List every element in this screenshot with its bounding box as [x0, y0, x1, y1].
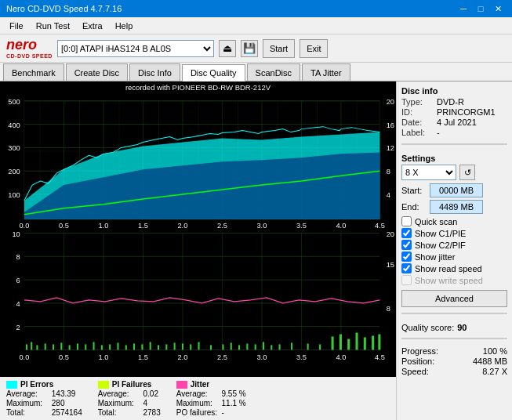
read-speed-label[interactable]: Show read speed [415, 264, 482, 273]
speed-row-progress: Speed: 8.27 X [401, 367, 507, 376]
svg-text:2.5: 2.5 [217, 353, 227, 361]
disc-info-title: Disc info [401, 86, 507, 96]
svg-rect-93 [291, 342, 292, 349]
svg-rect-102 [378, 335, 380, 350]
pi-errors-avg-value: 143.39 [52, 389, 76, 398]
tab-benchmark[interactable]: Benchmark [3, 63, 64, 81]
jitter-color [176, 381, 187, 389]
svg-text:6: 6 [16, 277, 20, 284]
disc-date-row: Date: 4 Jul 2021 [401, 118, 507, 127]
c2-pif-label[interactable]: Show C2/PIF [415, 241, 466, 250]
menu-help[interactable]: Help [109, 20, 140, 32]
quick-scan-row: Quick scan [401, 216, 507, 226]
title-bar-controls: ─ □ ✕ [456, 1, 506, 16]
svg-text:8: 8 [16, 253, 20, 261]
c2-pif-checkbox[interactable] [401, 240, 412, 250]
start-input[interactable] [430, 183, 483, 197]
jitter-max-value: 11.1 % [222, 399, 246, 407]
start-button[interactable]: Start [263, 39, 295, 58]
settings-section: Settings 8 X 1 X 2 X 4 X MAX ↺ Start: En… [401, 154, 507, 307]
svg-rect-101 [372, 336, 374, 350]
eject-icon[interactable]: ⏏ [219, 40, 236, 57]
svg-text:0.5: 0.5 [59, 222, 69, 230]
tab-create-disc[interactable]: Create Disc [66, 63, 128, 81]
pi-failures-max-label: Maximum: [98, 399, 141, 407]
svg-text:1.5: 1.5 [138, 222, 148, 230]
jitter-row: Show jitter [401, 252, 507, 262]
menu-run-test[interactable]: Run Test [30, 20, 76, 32]
quick-scan-label[interactable]: Quick scan [415, 217, 457, 226]
jitter-avg-label: Average: [176, 389, 220, 398]
start-input-row: Start: [401, 183, 507, 197]
disc-id-value: PRINCORGM1 [437, 107, 496, 117]
jitter-checkbox[interactable] [401, 252, 412, 262]
read-speed-checkbox[interactable] [401, 263, 412, 273]
disc-label-label: Label: [401, 128, 437, 137]
tab-disc-quality[interactable]: Disc Quality [182, 64, 245, 81]
svg-text:4: 4 [387, 191, 390, 199]
exit-button[interactable]: Exit [300, 39, 328, 58]
svg-rect-83 [198, 342, 200, 349]
pi-failures-total-value: 2783 [143, 408, 161, 417]
speed-label: Speed: [401, 367, 429, 376]
title-bar: Nero CD-DVD Speed 4.7.7.16 ─ □ ✕ [0, 0, 512, 17]
quick-scan-checkbox[interactable] [401, 216, 412, 226]
svg-rect-100 [364, 338, 366, 350]
refresh-button[interactable]: ↺ [459, 165, 475, 180]
toolbar: nero CD-DVD SPEED [0:0] ATAPI iHAS124 B … [0, 34, 512, 63]
pi-failures-color [98, 381, 109, 389]
disc-id-label: ID: [401, 107, 437, 117]
jitter-label[interactable]: Show jitter [415, 252, 455, 262]
tab-ta-jitter[interactable]: TA Jitter [302, 63, 350, 81]
menu-extra[interactable]: Extra [76, 20, 109, 32]
quality-score-label: Quality score: [401, 323, 454, 332]
drive-select[interactable]: [0:0] ATAPI iHAS124 B AL0S [57, 40, 214, 57]
svg-text:4.0: 4.0 [336, 353, 346, 361]
disc-type-value: DVD-R [437, 97, 464, 107]
pi-failures-avg-label: Average: [98, 389, 141, 398]
pi-errors-total-label: Total: [6, 408, 49, 417]
pi-failures-max-value: 4 [143, 399, 148, 407]
position-label: Position: [401, 357, 434, 366]
minimize-button[interactable]: ─ [456, 1, 471, 16]
svg-text:0.0: 0.0 [19, 353, 29, 361]
tab-disc-info[interactable]: Disc Info [129, 63, 180, 81]
svg-rect-64 [45, 343, 46, 349]
logo-text: nero [6, 38, 53, 53]
c1-pie-label[interactable]: Show C1/PIE [415, 229, 466, 238]
write-speed-row: Show write speed [401, 275, 507, 285]
divider2 [401, 313, 507, 314]
svg-rect-96 [332, 337, 334, 350]
maximize-button[interactable]: □ [473, 1, 488, 16]
save-icon[interactable]: 💾 [241, 40, 258, 57]
jitter-max-label: Maximum: [176, 399, 220, 407]
c1-pie-checkbox[interactable] [401, 228, 412, 238]
jitter-title: Jitter [191, 380, 209, 389]
end-label: End: [401, 202, 427, 212]
disc-date-label: Date: [401, 118, 437, 127]
quality-score-row: Quality score: 90 [401, 323, 507, 332]
title-bar-title: Nero CD-DVD Speed 4.7.7.16 [6, 4, 122, 13]
end-input[interactable] [430, 200, 483, 214]
tab-scan-disc[interactable]: ScanDisc [247, 63, 300, 81]
svg-rect-71 [101, 345, 103, 349]
svg-rect-68 [77, 343, 78, 349]
progress-section: Progress: 100 % Position: 4488 MB Speed:… [401, 346, 507, 377]
pi-errors-max-label: Maximum: [6, 399, 49, 407]
speed-select[interactable]: 8 X 1 X 2 X 4 X MAX [401, 165, 456, 180]
pi-failures-title: PI Failures [112, 380, 152, 389]
jitter-legend: Jitter Average: 9.55 % Maximum: 11.1 % P… [176, 380, 246, 417]
write-speed-checkbox[interactable] [401, 275, 412, 285]
svg-text:15: 15 [387, 261, 394, 269]
close-button[interactable]: ✕ [490, 1, 506, 16]
c2-pif-row: Show C2/PIF [401, 240, 507, 250]
advanced-button[interactable]: Advanced [401, 290, 507, 307]
svg-rect-88 [246, 343, 248, 349]
divider1 [401, 143, 507, 145]
svg-rect-69 [85, 344, 86, 349]
disc-id-row: ID: PRINCORGM1 [401, 107, 507, 117]
menu-file[interactable]: File [3, 20, 30, 32]
svg-text:4.0: 4.0 [336, 222, 346, 230]
svg-rect-92 [279, 344, 281, 349]
svg-text:10: 10 [12, 230, 20, 238]
